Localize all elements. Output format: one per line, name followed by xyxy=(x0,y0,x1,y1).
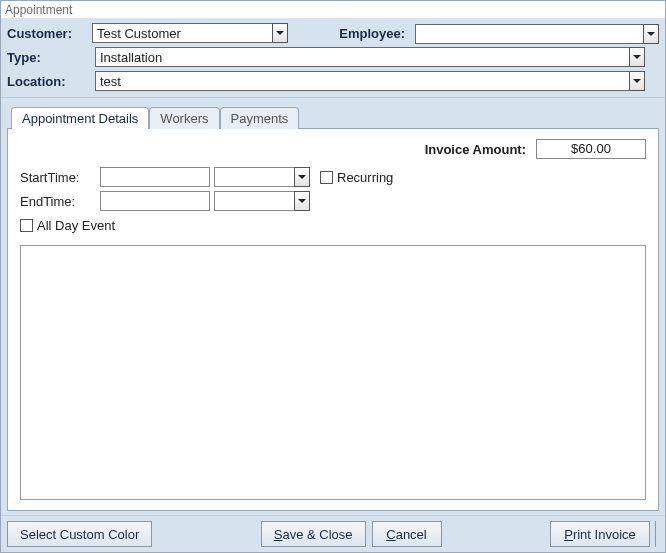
header-form: Customer: Test Customer Employee: Type: … xyxy=(1,19,665,98)
chevron-down-icon[interactable] xyxy=(294,191,310,211)
start-time-combo[interactable] xyxy=(214,167,310,187)
invoice-amount-field[interactable]: $60.00 xyxy=(536,139,646,159)
print-invoice-button[interactable]: Print Invoice xyxy=(550,521,650,547)
appointment-window: Appointment Customer: Test Customer Empl… xyxy=(0,0,666,553)
start-date-input[interactable] xyxy=(100,167,210,187)
employee-combo[interactable] xyxy=(415,24,643,44)
customer-value: Test Customer xyxy=(97,26,181,41)
recurring-checkbox[interactable] xyxy=(320,171,333,184)
all-day-label: All Day Event xyxy=(37,218,115,233)
notes-textarea[interactable] xyxy=(20,245,646,500)
customer-combo[interactable]: Test Customer xyxy=(92,23,272,43)
end-date-input[interactable] xyxy=(100,191,210,211)
recurring-label: Recurring xyxy=(337,170,393,185)
customer-label: Customer: xyxy=(7,26,92,41)
footer-bar: Select Custom Color Save & Close Cancel … xyxy=(1,515,665,552)
type-label: Type: xyxy=(7,50,95,65)
window-titlebar: Appointment xyxy=(1,1,665,19)
tab-page-details: Invoice Amount: $60.00 StartTime: Recurr… xyxy=(7,128,659,511)
end-time-combo[interactable] xyxy=(214,191,310,211)
invoice-amount-label: Invoice Amount: xyxy=(425,142,526,157)
chevron-down-icon[interactable] xyxy=(643,24,659,44)
type-combo[interactable]: Installation xyxy=(95,47,629,67)
tab-payments[interactable]: Payments xyxy=(220,107,300,129)
location-combo[interactable]: test xyxy=(95,71,629,91)
all-day-checkbox[interactable] xyxy=(20,219,33,232)
save-close-button[interactable]: Save & Close xyxy=(261,521,366,547)
select-custom-color-label: Select Custom Color xyxy=(20,527,139,542)
location-label: Location: xyxy=(7,74,95,89)
employee-label: Employee: xyxy=(318,26,405,41)
cancel-button[interactable]: Cancel xyxy=(372,521,442,547)
type-value: Installation xyxy=(100,50,162,65)
tab-appointment-details[interactable]: Appointment Details xyxy=(11,107,149,129)
footer-divider xyxy=(655,521,659,547)
tab-workers[interactable]: Workers xyxy=(149,107,219,129)
location-value: test xyxy=(100,74,121,89)
tab-area: Appointment Details Workers Payments Inv… xyxy=(1,98,665,515)
start-time-label: StartTime: xyxy=(20,170,100,185)
window-title: Appointment xyxy=(5,3,72,17)
chevron-down-icon[interactable] xyxy=(272,23,288,43)
end-time-label: EndTime: xyxy=(20,194,100,209)
chevron-down-icon[interactable] xyxy=(629,71,645,91)
chevron-down-icon[interactable] xyxy=(294,167,310,187)
tab-strip: Appointment Details Workers Payments xyxy=(11,104,659,128)
chevron-down-icon[interactable] xyxy=(629,47,645,67)
select-custom-color-button[interactable]: Select Custom Color xyxy=(7,521,152,547)
